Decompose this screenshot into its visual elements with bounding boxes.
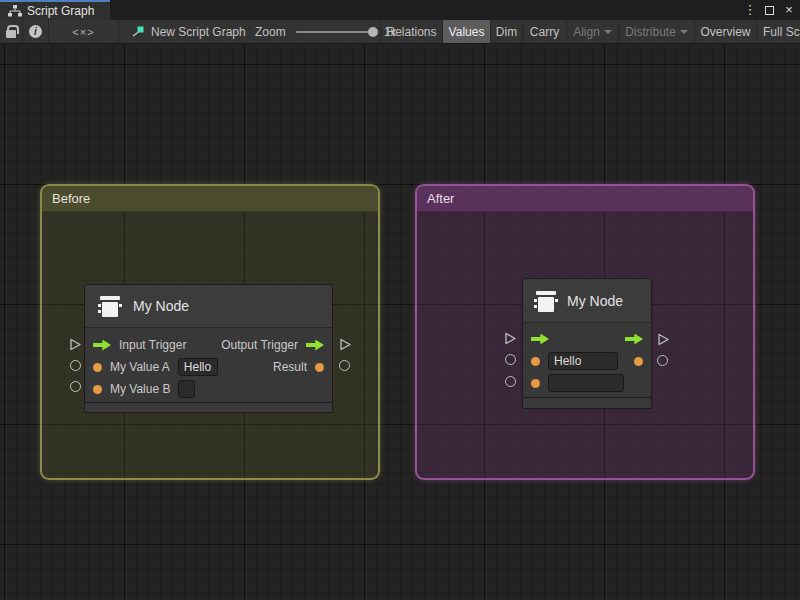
toolbar-button-relations[interactable]: Relations <box>380 20 442 43</box>
chevron-down-icon <box>680 30 688 34</box>
window-controls: ⋮ × <box>743 0 796 20</box>
toolbar-button-dim[interactable]: Dim <box>490 20 522 43</box>
value-input-port-b[interactable] <box>531 379 540 388</box>
port-label-input-trigger: Input Trigger <box>119 338 186 352</box>
port-label-result: Result <box>273 360 307 374</box>
toolbar-button-fullscreen[interactable]: Full Scr <box>756 20 800 43</box>
graph-toolbar: i <×> New Script Graph Zoom 1x Relations <box>0 20 800 44</box>
port-label-output-trigger: Output Trigger <box>221 338 298 352</box>
toolbar-button-overview[interactable]: Overview <box>694 20 756 43</box>
maximize-icon[interactable] <box>765 6 774 15</box>
group-after-header[interactable]: After <box>417 186 753 212</box>
node-before-footer <box>84 402 333 413</box>
close-icon[interactable]: × <box>782 0 796 20</box>
outside-value-port[interactable] <box>505 376 516 387</box>
value-output-port-result[interactable] <box>634 357 643 366</box>
outside-value-port[interactable] <box>70 360 81 371</box>
value-b-field[interactable] <box>178 380 195 398</box>
edit-source-button[interactable]: <×> <box>49 20 119 43</box>
flow-input-port[interactable] <box>531 334 549 345</box>
new-script-graph-button[interactable]: New Script Graph <box>130 20 246 43</box>
node-after-header[interactable]: My Node <box>523 279 651 323</box>
node-before-ports: Input Trigger Output Trigger My Value A … <box>85 328 332 404</box>
tab-title: Script Graph <box>27 4 94 18</box>
node-after[interactable]: My Node Hello <box>522 278 652 399</box>
port-label-my-value-a: My Value A <box>110 360 170 374</box>
script-graph-window: Script Graph ⋮ × i <×> New Script G <box>0 0 800 600</box>
outside-flow-output-port[interactable] <box>338 337 352 352</box>
window-menu-icon[interactable]: ⋮ <box>743 0 757 20</box>
script-graph-asset-icon <box>130 26 144 38</box>
zoom-label: Zoom <box>255 25 286 39</box>
tab-bar: Script Graph ⋮ × <box>0 0 800 20</box>
flow-input-port[interactable] <box>93 340 111 351</box>
info-icon: i <box>29 25 42 38</box>
outside-value-port[interactable] <box>657 355 668 366</box>
node-title: My Node <box>133 298 189 314</box>
lock-button[interactable] <box>0 20 23 43</box>
value-input-port-a[interactable] <box>531 357 540 366</box>
outside-flow-input-port[interactable] <box>503 331 517 346</box>
outside-flow-input-port[interactable] <box>68 337 82 352</box>
value-output-port-result[interactable] <box>315 363 324 372</box>
zoom-slider[interactable] <box>296 31 374 33</box>
zoom-slider-handle[interactable] <box>368 27 378 37</box>
value-b-field[interactable] <box>548 374 624 392</box>
outside-value-port[interactable] <box>70 381 81 392</box>
toolbar-button-align[interactable]: Align <box>566 20 618 43</box>
code-icon: <×> <box>72 26 94 38</box>
info-button[interactable]: i <box>23 20 49 43</box>
group-after-title: After <box>427 191 454 206</box>
node-before-header[interactable]: My Node <box>85 285 332 328</box>
toolbar-toggle-group: Relations Values Dim Carry Align Distrib… <box>380 20 800 43</box>
toolbar-button-distribute[interactable]: Distribute <box>618 20 694 43</box>
group-before-title: Before <box>52 191 90 206</box>
new-script-graph-label: New Script Graph <box>151 25 246 39</box>
toolbar-button-values[interactable]: Values <box>442 20 490 43</box>
toolbar-button-carry[interactable]: Carry <box>522 20 566 43</box>
value-a-field[interactable]: Hello <box>178 358 218 376</box>
node-after-ports: Hello <box>523 323 651 398</box>
node-icon <box>533 288 559 314</box>
node-title: My Node <box>567 293 623 309</box>
value-input-port-a[interactable] <box>93 363 102 372</box>
value-a-field[interactable]: Hello <box>548 352 618 370</box>
node-before[interactable]: My Node Input Trigger Output Trigger My … <box>84 284 333 405</box>
value-input-port-b[interactable] <box>93 385 102 394</box>
tab-script-graph[interactable]: Script Graph <box>0 0 110 20</box>
outside-flow-output-port[interactable] <box>656 332 670 347</box>
node-icon <box>97 293 123 319</box>
outside-value-port[interactable] <box>505 354 516 365</box>
graph-tab-icon <box>8 5 22 17</box>
node-after-footer <box>522 397 652 409</box>
outside-value-port[interactable] <box>339 360 350 371</box>
flow-output-port[interactable] <box>306 340 324 351</box>
graph-canvas[interactable]: Before After My Node <box>0 44 800 600</box>
flow-output-port[interactable] <box>625 334 643 345</box>
lock-icon <box>6 30 16 38</box>
chevron-down-icon <box>604 30 612 34</box>
group-before-header[interactable]: Before <box>42 186 378 212</box>
port-label-my-value-b: My Value B <box>110 382 170 396</box>
